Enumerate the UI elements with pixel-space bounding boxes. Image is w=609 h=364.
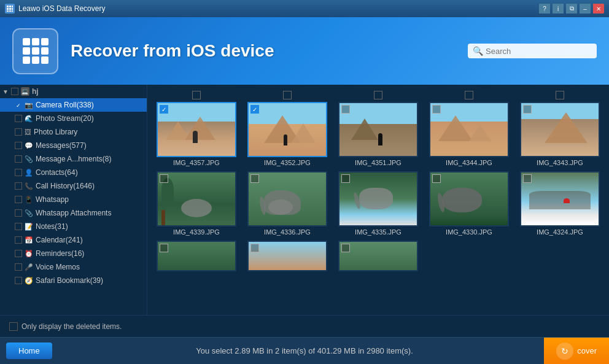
col3-check[interactable] bbox=[374, 91, 382, 99]
img4324-checkbox[interactable] bbox=[523, 174, 532, 183]
sidebar-item-call-history[interactable]: 📞 Call History(1646) bbox=[0, 179, 147, 193]
wa-attach-label: Whatsapp Attachments bbox=[36, 209, 111, 217]
img4357-checkbox[interactable]: ✓ bbox=[160, 105, 168, 114]
footer: Home You select 2.89 MB in 2 item(s) of … bbox=[0, 337, 609, 364]
photo-thumb-img4351[interactable] bbox=[338, 102, 418, 157]
search-input[interactable] bbox=[486, 47, 592, 56]
msg-attach-checkbox[interactable] bbox=[15, 155, 22, 163]
only-deleted-checkbox[interactable] bbox=[9, 322, 18, 331]
title-bar: Leawo iOS Data Recovery ? i ⧉ – ✕ bbox=[0, 0, 609, 17]
sidebar-item-message-attachments[interactable]: 📎 Message A...hments(8) bbox=[0, 152, 147, 166]
sidebar-item-voice-memos[interactable]: 🎤 Voice Memos bbox=[0, 260, 147, 274]
photo-item-img4339[interactable]: IMG_4339.JPG bbox=[153, 171, 239, 236]
photo-item-img4336[interactable]: IMG_4336.JPG bbox=[244, 171, 330, 236]
photo-item-img4357[interactable]: ✓ IMG_4357.JPG bbox=[153, 102, 239, 166]
camera-roll-checkbox[interactable]: ✓ bbox=[15, 101, 22, 109]
wa-attach-checkbox[interactable] bbox=[15, 209, 22, 217]
photo-thumb-img4357[interactable]: ✓ bbox=[157, 102, 236, 157]
photo-item-row3-1[interactable] bbox=[153, 241, 239, 271]
reminders-checkbox[interactable] bbox=[15, 250, 22, 257]
img4339-checkbox[interactable] bbox=[160, 174, 168, 183]
photo-grid-row1: ✓ IMG_4357.JPG ✓ IMG_4352.JPG bbox=[153, 102, 603, 166]
photo-item-img4344[interactable]: IMG_4344.JPG bbox=[426, 102, 512, 166]
col4-check[interactable] bbox=[465, 91, 473, 99]
notes-checkbox[interactable] bbox=[15, 223, 22, 230]
photo-thumb-row3-3[interactable] bbox=[338, 241, 418, 271]
sidebar-item-safari[interactable]: 🧭 Safari Bookmark(39) bbox=[0, 274, 147, 287]
img4343-checkbox[interactable] bbox=[523, 105, 532, 114]
img4336-checkbox[interactable] bbox=[250, 174, 259, 183]
messages-checkbox[interactable] bbox=[15, 142, 22, 149]
photo-item-img4324[interactable]: IMG_4324.JPG bbox=[517, 171, 603, 236]
photo-item-row3-2[interactable] bbox=[244, 241, 330, 271]
img4352-checkbox[interactable]: ✓ bbox=[250, 105, 259, 114]
recover-label: cover bbox=[577, 346, 597, 355]
sidebar-item-notes[interactable]: 📝 Notes(31) bbox=[0, 220, 147, 233]
sidebar-item-whatsapp-attachments[interactable]: 📎 Whatsapp Attachments bbox=[0, 206, 147, 220]
sidebar-item-camera-roll[interactable]: ✓ 📷 Camera Roll(338) bbox=[0, 98, 147, 112]
row3-3-checkbox[interactable] bbox=[341, 244, 350, 252]
call-history-checkbox[interactable] bbox=[15, 182, 22, 190]
msg-attach-icon: 📎 bbox=[25, 155, 33, 163]
photo-thumb-img4324[interactable] bbox=[520, 171, 600, 227]
photo-thumb-row3-1[interactable] bbox=[157, 241, 236, 271]
img4335-checkbox[interactable] bbox=[341, 174, 350, 183]
voice-memos-checkbox[interactable] bbox=[15, 263, 22, 271]
restore-button[interactable]: ⧉ bbox=[566, 4, 577, 14]
info-button[interactable]: i bbox=[553, 4, 564, 14]
img4344-checkbox[interactable] bbox=[432, 105, 441, 114]
whatsapp-label: Whatsapp bbox=[36, 195, 69, 204]
safari-label: Safari Bookmark(39) bbox=[36, 276, 103, 285]
photo-item-row3-3[interactable] bbox=[335, 241, 421, 271]
help-button[interactable]: ? bbox=[539, 4, 550, 14]
sidebar-item-reminders[interactable]: ⏰ Reminders(16) bbox=[0, 247, 147, 260]
photo-thumb-img4344[interactable] bbox=[429, 102, 509, 157]
sidebar-item-whatsapp[interactable]: 📱 Whatsapp bbox=[0, 193, 147, 206]
safari-icon: 🧭 bbox=[25, 277, 33, 285]
row3-1-checkbox[interactable] bbox=[160, 244, 168, 252]
photo-library-label: Photo Library bbox=[34, 128, 77, 136]
whatsapp-checkbox[interactable] bbox=[15, 196, 22, 203]
img4351-checkbox[interactable] bbox=[341, 105, 350, 114]
photo-item-img4343[interactable]: IMG_4343.JPG bbox=[517, 102, 603, 166]
safari-checkbox[interactable] bbox=[15, 277, 22, 284]
img4339-label: IMG_4339.JPG bbox=[173, 228, 220, 236]
photo-library-checkbox[interactable] bbox=[15, 128, 22, 136]
collapse-icon[interactable]: ▼ bbox=[2, 88, 9, 95]
col1-check[interactable] bbox=[192, 91, 201, 99]
contacts-checkbox[interactable] bbox=[15, 169, 22, 176]
photo-item-img4351[interactable]: IMG_4351.JPG bbox=[335, 102, 421, 166]
photo-library-icon: 🖼 bbox=[25, 128, 31, 136]
recover-button[interactable]: ↻ cover bbox=[544, 338, 609, 365]
img4344-label: IMG_4344.JPG bbox=[446, 159, 492, 166]
row3-2-checkbox[interactable] bbox=[250, 244, 259, 252]
sidebar-item-contacts[interactable]: 👤 Contacts(64) bbox=[0, 166, 147, 179]
photo-thumb-img4343[interactable] bbox=[520, 102, 600, 157]
photo-item-img4335[interactable]: IMG_4335.JPG bbox=[335, 171, 421, 236]
col5-check[interactable] bbox=[556, 91, 564, 99]
photo-thumb-img4336[interactable] bbox=[247, 171, 327, 227]
sidebar-item-photo-library[interactable]: 🖼 Photo Library bbox=[0, 125, 147, 139]
sidebar-item-messages[interactable]: 💬 Messages(577) bbox=[0, 139, 147, 152]
photo-thumb-img4335[interactable] bbox=[338, 171, 418, 227]
close-button[interactable]: ✕ bbox=[593, 4, 604, 14]
minimize-button[interactable]: – bbox=[580, 4, 591, 14]
img4330-checkbox[interactable] bbox=[432, 174, 441, 183]
sidebar-item-calendar[interactable]: 📅 Calendar(241) bbox=[0, 233, 147, 247]
photo-thumb-img4339[interactable] bbox=[157, 171, 236, 227]
svg-rect-2 bbox=[12, 6, 13, 7]
photo-thumb-row3-2[interactable] bbox=[247, 241, 327, 271]
photo-item-img4330[interactable]: IMG_4330.JPG bbox=[426, 171, 512, 236]
photo-item-img4352[interactable]: ✓ IMG_4352.JPG bbox=[244, 102, 330, 166]
calendar-checkbox[interactable] bbox=[15, 236, 22, 244]
main-content: ▼ 💻 hj ✓ 📷 Camera Roll(338) 🌊 Photo Stre… bbox=[0, 85, 609, 315]
photo-stream-checkbox[interactable] bbox=[15, 115, 22, 122]
photo-thumb-img4352[interactable]: ✓ bbox=[247, 102, 327, 157]
home-button[interactable]: Home bbox=[6, 343, 52, 359]
sidebar-item-photo-stream[interactable]: 🌊 Photo Stream(20) bbox=[0, 112, 147, 125]
search-box[interactable]: 🔍 bbox=[468, 44, 597, 58]
svg-rect-3 bbox=[7, 8, 9, 10]
photo-thumb-img4330[interactable] bbox=[429, 171, 509, 227]
col2-check[interactable] bbox=[283, 91, 292, 99]
device-checkbox[interactable] bbox=[11, 88, 18, 95]
